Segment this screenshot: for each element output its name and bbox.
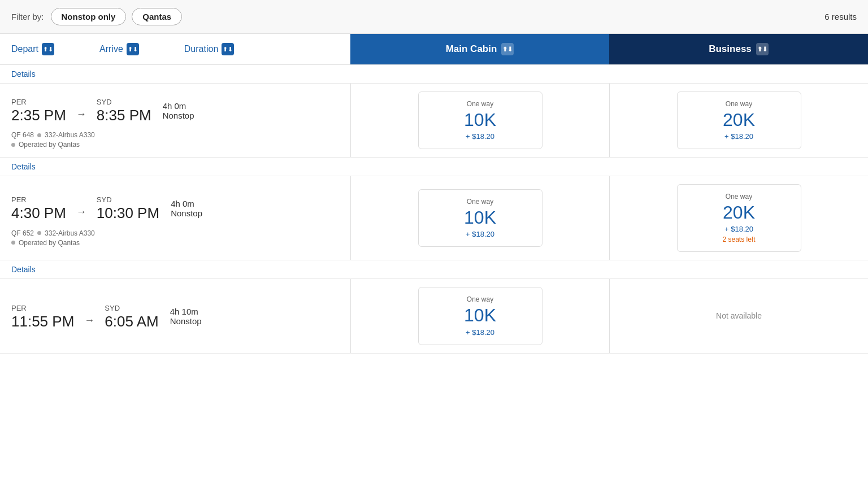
- main-one-way-label: One way: [467, 295, 493, 303]
- arr-time: 8:35 PM: [97, 107, 151, 124]
- dot-separator: [37, 133, 41, 137]
- main-fee: + $18.20: [466, 230, 494, 238]
- main-cabin-sort-icon: ⬆⬇: [501, 43, 514, 55]
- operated-row: Operated by Qantas: [11, 141, 339, 149]
- nonstop-filter-chip[interactable]: Nonstop only: [51, 8, 127, 25]
- main-one-way-label: One way: [467, 100, 493, 108]
- flight-number: QF 652: [11, 229, 34, 237]
- op-dot: [11, 143, 15, 147]
- dep-airport: PER: [11, 98, 66, 106]
- depart-sort-button[interactable]: Depart ⬆⬇: [11, 43, 54, 55]
- flight-meta: QF 652 332-Airbus A330: [11, 229, 339, 237]
- arr-time: 6:05 AM: [105, 313, 158, 330]
- main-cabin-label: Main Cabin: [446, 43, 497, 55]
- main-cabin-header[interactable]: Main Cabin ⬆⬇: [350, 34, 609, 64]
- dep-time: 2:35 PM: [11, 107, 66, 124]
- dep-time: 4:30 PM: [11, 205, 66, 221]
- biz-one-way-label: One way: [726, 100, 752, 108]
- business-cabin-header[interactable]: Business ⬆⬇: [609, 34, 868, 64]
- results-count: 6 results: [824, 12, 857, 21]
- operated-by: Operated by Qantas: [19, 141, 80, 149]
- details-row-0[interactable]: Details: [0, 65, 868, 84]
- flight-arrow: →: [84, 307, 94, 326]
- dep-airport: PER: [11, 195, 66, 204]
- dep-time: 11:55 PM: [11, 313, 74, 330]
- filter-label: Filter by:: [11, 12, 44, 21]
- aircraft: 332-Airbus A330: [45, 229, 95, 237]
- business-card[interactable]: One way 20K + $18.20: [677, 91, 801, 149]
- not-available-label: Not available: [716, 311, 762, 320]
- business-cabin-label: Business: [709, 43, 752, 55]
- business-cell-2[interactable]: Not available: [609, 279, 868, 352]
- biz-one-way-label: One way: [726, 193, 752, 201]
- arr-airport: SYD: [97, 195, 159, 204]
- main-fee: + $18.20: [466, 328, 494, 337]
- dot-separator: [37, 231, 41, 235]
- seats-left: 2 seats left: [722, 236, 755, 243]
- flight-info-2: PER 11:55 PM → SYD 6:05 AM 4h 10m Nonsto…: [0, 279, 350, 352]
- biz-points: 20K: [723, 110, 755, 130]
- depart-sort-icon: ⬆⬇: [42, 43, 54, 55]
- duration-label: Duration: [184, 44, 218, 54]
- main-fee: + $18.20: [466, 132, 494, 141]
- aircraft: 332-Airbus A330: [45, 131, 95, 139]
- flights-container: Details PER 2:35 PM → SYD 8:35 PM 4h 0m …: [0, 65, 868, 354]
- operated-row: Operated by Qantas: [11, 239, 339, 247]
- dep-airport: PER: [11, 304, 74, 312]
- flight-row: PER 11:55 PM → SYD 6:05 AM 4h 10m Nonsto…: [0, 279, 868, 353]
- flight-info-1: PER 4:30 PM → SYD 10:30 PM 4h 0m Nonstop…: [0, 176, 350, 260]
- arrive-sort-button[interactable]: Arrive ⬆⬇: [99, 43, 139, 55]
- stops: Nonstop: [171, 208, 202, 218]
- business-cabin-sort-icon: ⬆⬇: [756, 43, 769, 55]
- main-cabin-card[interactable]: One way 10K + $18.20: [418, 91, 542, 149]
- arr-time: 10:30 PM: [97, 205, 159, 221]
- main-one-way-label: One way: [467, 198, 493, 206]
- col-left-headers: Depart ⬆⬇ Arrive ⬆⬇ Duration ⬆⬇: [0, 34, 350, 64]
- main-points: 10K: [464, 110, 496, 130]
- biz-fee: + $18.20: [724, 132, 753, 141]
- main-points: 10K: [464, 306, 496, 325]
- duration: 4h 10m: [170, 307, 202, 316]
- flight-number: QF 648: [11, 131, 34, 139]
- flight-info-0: PER 2:35 PM → SYD 8:35 PM 4h 0m Nonstop …: [0, 84, 350, 157]
- stops: Nonstop: [170, 316, 202, 326]
- flight-row: PER 4:30 PM → SYD 10:30 PM 4h 0m Nonstop…: [0, 176, 868, 260]
- filter-bar: Filter by: Nonstop only Qantas 6 results: [0, 0, 868, 34]
- flight-meta: QF 648 332-Airbus A330: [11, 131, 339, 139]
- column-headers: Depart ⬆⬇ Arrive ⬆⬇ Duration ⬆⬇ Main Cab…: [0, 34, 868, 65]
- flight-arrow: →: [76, 101, 86, 120]
- duration: 4h 0m: [171, 199, 202, 208]
- qantas-filter-chip[interactable]: Qantas: [132, 8, 182, 25]
- details-row-1[interactable]: Details: [0, 158, 868, 176]
- arrive-label: Arrive: [99, 44, 123, 54]
- biz-points: 20K: [723, 203, 755, 223]
- main-cabin-cell-1[interactable]: One way 10K + $18.20: [350, 176, 609, 260]
- duration: 4h 0m: [163, 101, 194, 111]
- biz-fee: + $18.20: [724, 225, 753, 233]
- flight-arrow: →: [76, 198, 86, 218]
- main-cabin-cell-0[interactable]: One way 10K + $18.20: [350, 84, 609, 157]
- arr-airport: SYD: [97, 98, 151, 106]
- main-points: 10K: [464, 208, 496, 228]
- business-cell-1[interactable]: One way 20K + $18.20 2 seats left: [609, 176, 868, 260]
- stops: Nonstop: [163, 111, 194, 120]
- duration-sort-icon: ⬆⬇: [222, 43, 234, 55]
- business-card[interactable]: One way 20K + $18.20 2 seats left: [677, 184, 801, 252]
- main-cabin-card[interactable]: One way 10K + $18.20: [418, 287, 542, 345]
- business-cell-0[interactable]: One way 20K + $18.20: [609, 84, 868, 157]
- arrive-sort-icon: ⬆⬇: [127, 43, 139, 55]
- operated-by: Operated by Qantas: [19, 239, 80, 247]
- flight-row: PER 2:35 PM → SYD 8:35 PM 4h 0m Nonstop …: [0, 84, 868, 158]
- op-dot: [11, 241, 15, 245]
- arr-airport: SYD: [105, 304, 158, 312]
- depart-label: Depart: [11, 44, 38, 54]
- duration-sort-button[interactable]: Duration ⬆⬇: [184, 43, 234, 55]
- main-cabin-cell-2[interactable]: One way 10K + $18.20: [350, 279, 609, 352]
- details-row-2[interactable]: Details: [0, 260, 868, 279]
- main-cabin-card[interactable]: One way 10K + $18.20: [418, 189, 542, 247]
